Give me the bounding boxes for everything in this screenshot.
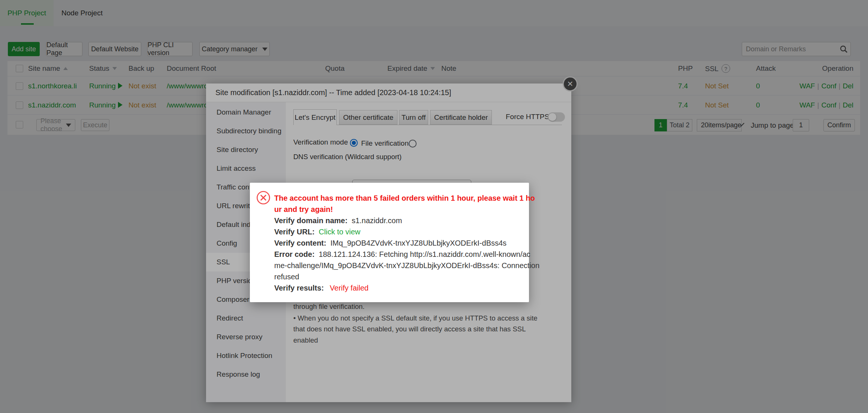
- verify-results-row: Verify results:Verify failed: [274, 282, 369, 294]
- error-code-row: Error code:188.121.124.136: Fetching htt…: [274, 249, 530, 260]
- error-code-continuation: me-challenge/IMq_9pOB4ZVdvK-tnxYJZ8UbLbj…: [274, 260, 539, 271]
- verify-domain-row: Verify domain name:s1.naziddr.com: [274, 215, 402, 226]
- verify-failed-value: Verify failed: [330, 284, 368, 292]
- page: PHP Project Node Project Add site Defaul…: [0, 0, 868, 413]
- error-code-continuation: refused: [274, 271, 299, 282]
- verify-content-row: Verify content:IMq_9pOB4ZVdvK-tnxYJZ8UbL…: [274, 237, 506, 249]
- verify-domain-value: s1.naziddr.com: [352, 216, 402, 225]
- error-message-line: ur and try again!: [274, 204, 333, 215]
- click-to-view-link[interactable]: Click to view: [319, 228, 360, 236]
- verify-url-row: Verify URL:Click to view: [274, 226, 360, 237]
- verify-content-value: IMq_9pOB4ZVdvK-tnxYJZ8UbLbjkyXODErkI-dBs…: [330, 239, 506, 248]
- error-message-popup: The account has more than 5 failed order…: [250, 183, 529, 302]
- error-message-line: The account has more than 5 failed order…: [274, 192, 535, 204]
- error-circle-icon: [256, 190, 271, 205]
- error-code-value: 188.121.124.136: Fetching http://s1.nazi…: [319, 250, 530, 259]
